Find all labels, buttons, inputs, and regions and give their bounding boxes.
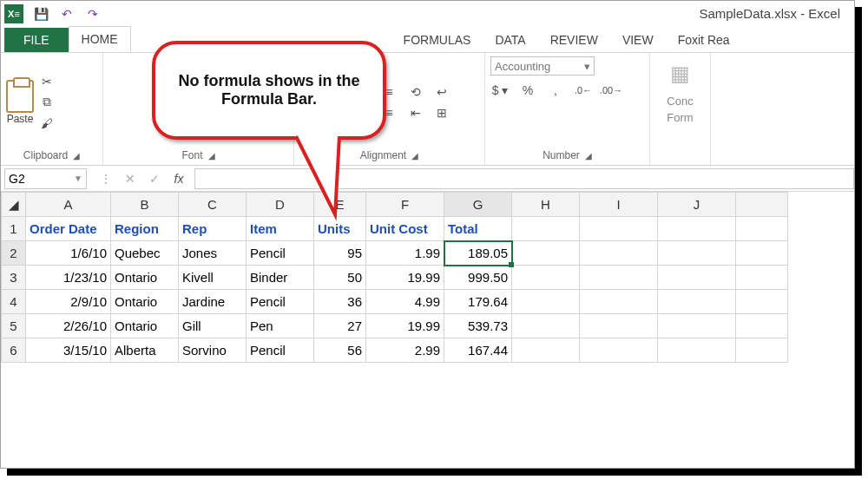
cell[interactable]: Binder [247, 266, 314, 290]
cell[interactable]: Jones [179, 241, 247, 266]
cell[interactable] [512, 314, 580, 338]
cell[interactable]: 1.99 [366, 241, 444, 266]
col-header[interactable] [736, 193, 788, 217]
row-header[interactable]: 6 [2, 338, 26, 363]
cell[interactable]: Quebec [111, 241, 179, 266]
col-header[interactable]: B [111, 193, 179, 217]
cell[interactable] [736, 290, 788, 314]
tab-foxit[interactable]: Foxit Rea [666, 28, 742, 52]
tab-view[interactable]: VIEW [610, 28, 666, 52]
cell[interactable] [658, 217, 736, 241]
cell[interactable]: 19.99 [366, 314, 444, 338]
cell[interactable]: Rep [179, 217, 247, 241]
cell[interactable] [580, 217, 658, 241]
cell[interactable] [512, 241, 580, 266]
cell[interactable]: Pen [247, 314, 314, 338]
cell[interactable]: 1/6/10 [26, 241, 111, 266]
cell[interactable]: Sorvino [179, 338, 247, 363]
wrap-text-icon[interactable]: ↩ [432, 82, 451, 102]
merge-center-icon[interactable]: ⊞ [432, 103, 451, 122]
table-row[interactable]: 2 1/6/10 Quebec Jones Pencil 95 1.99 189… [2, 241, 788, 266]
tab-data[interactable]: DATA [483, 28, 537, 52]
cell[interactable] [580, 338, 658, 363]
table-row[interactable]: 3 1/23/10 Ontario Kivell Binder 50 19.99… [2, 266, 788, 290]
worksheet-grid[interactable]: ◢ A B C D E F G H I J 1 Order Date Regio… [1, 192, 854, 363]
cut-icon[interactable]: ✂ [37, 72, 56, 91]
cell[interactable]: 36 [314, 290, 366, 314]
cell[interactable]: 999.50 [444, 266, 512, 290]
paste-button[interactable]: Paste [6, 80, 34, 125]
cell[interactable]: 3/15/10 [26, 338, 111, 363]
cell[interactable]: 56 [314, 338, 366, 363]
copy-icon[interactable]: ⧉ [37, 93, 56, 112]
cell[interactable]: 2.99 [366, 338, 444, 363]
cell[interactable]: Pencil [247, 290, 314, 314]
save-icon[interactable]: 💾 [32, 5, 49, 23]
tab-home[interactable]: HOME [69, 26, 131, 52]
cell[interactable]: Ontario [111, 314, 179, 338]
cell[interactable]: Unit Cost [366, 217, 444, 241]
col-header[interactable]: G [444, 193, 512, 217]
number-format-dropdown[interactable]: Accounting▾ [490, 56, 595, 76]
cell[interactable]: Pencil [247, 338, 314, 363]
cell[interactable] [658, 314, 736, 338]
fx-icon[interactable]: fx [168, 169, 189, 188]
cell[interactable] [658, 266, 736, 290]
cell[interactable] [736, 314, 788, 338]
cell[interactable]: Kivell [179, 266, 247, 290]
table-row[interactable]: 6 3/15/10 Alberta Sorvino Pencil 56 2.99… [2, 338, 788, 363]
orientation-icon[interactable]: ⟲ [406, 82, 425, 102]
col-header[interactable]: I [580, 193, 658, 217]
cell[interactable] [512, 266, 580, 290]
increase-decimal-icon[interactable]: .0← [574, 81, 593, 100]
cell[interactable]: 4.99 [366, 290, 444, 314]
decrease-decimal-icon[interactable]: .00→ [602, 81, 621, 100]
undo-icon[interactable]: ↶ [58, 5, 76, 23]
cell[interactable]: Region [111, 217, 179, 241]
dialog-launcher-icon[interactable]: ◢ [73, 151, 80, 161]
cell[interactable]: 2/26/10 [26, 314, 111, 338]
tab-formulas[interactable]: FORMULAS [391, 28, 483, 52]
row-header[interactable]: 1 [2, 217, 26, 241]
excel-app-icon[interactable]: X≡ [4, 4, 23, 23]
decrease-indent-icon[interactable]: ⇤ [406, 103, 425, 122]
cell[interactable] [580, 241, 658, 266]
name-box[interactable]: G2 ▼ [4, 168, 87, 189]
select-all-corner[interactable]: ◢ [2, 193, 26, 217]
cell[interactable] [658, 290, 736, 314]
cell[interactable] [580, 266, 658, 290]
accounting-format-icon[interactable]: $ ▾ [490, 81, 510, 100]
cell[interactable]: 95 [314, 241, 366, 266]
col-header[interactable]: F [366, 193, 444, 217]
cell[interactable] [580, 290, 658, 314]
enter-formula-icon[interactable]: ✓ [144, 169, 165, 188]
cell[interactable]: 27 [314, 314, 366, 338]
cell[interactable]: Ontario [111, 266, 179, 290]
tab-review[interactable]: REVIEW [538, 28, 610, 52]
tab-file[interactable]: FILE [4, 28, 69, 52]
dialog-launcher-icon[interactable]: ◢ [585, 151, 592, 161]
cell[interactable] [736, 266, 788, 290]
cell[interactable] [512, 217, 580, 241]
conditional-formatting-icon[interactable]: ▦ [663, 56, 698, 91]
cell[interactable]: 50 [314, 266, 366, 290]
cell[interactable]: Gill [179, 314, 247, 338]
table-row[interactable]: 4 2/9/10 Ontario Jardine Pencil 36 4.99 … [2, 290, 788, 314]
table-row[interactable]: 1 Order Date Region Rep Item Units Unit … [2, 217, 788, 241]
cell[interactable] [512, 290, 580, 314]
cell[interactable]: 179.64 [444, 290, 512, 314]
col-header[interactable]: H [512, 193, 580, 217]
cell[interactable]: Alberta [111, 338, 179, 363]
cell[interactable]: 167.44 [444, 338, 512, 363]
redo-icon[interactable]: ↷ [84, 5, 102, 23]
cell[interactable]: Order Date [26, 217, 111, 241]
cell[interactable]: Pencil [247, 241, 314, 266]
dialog-launcher-icon[interactable]: ◢ [411, 151, 418, 161]
row-header[interactable]: 2 [2, 241, 26, 266]
dialog-launcher-icon[interactable]: ◢ [208, 151, 215, 161]
cell[interactable]: Total [444, 217, 512, 241]
cell[interactable]: Ontario [111, 290, 179, 314]
cell[interactable] [736, 241, 788, 266]
col-header[interactable]: J [658, 193, 736, 217]
cell[interactable]: Jardine [179, 290, 247, 314]
